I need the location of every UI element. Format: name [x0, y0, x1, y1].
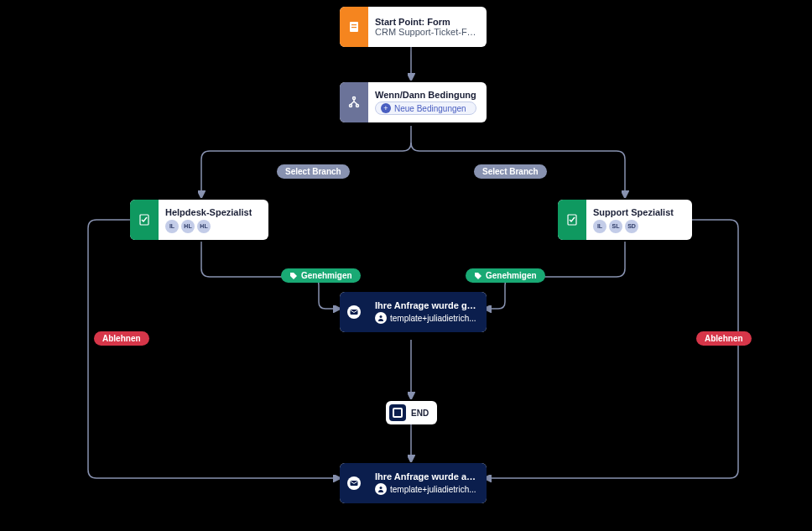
reject-right-pill[interactable]: Ablehnen: [696, 331, 752, 346]
select-branch-label: Select Branch: [285, 167, 341, 176]
approve-left-pill[interactable]: Genehmigen: [281, 268, 361, 283]
support-avatars: IL SL SD: [593, 220, 674, 233]
user-icon: [375, 312, 387, 324]
svg-point-10: [380, 315, 383, 318]
select-branch-left[interactable]: Select Branch: [277, 164, 350, 179]
reject-left-pill[interactable]: Ablehnen: [94, 331, 149, 346]
select-branch-right[interactable]: Select Branch: [474, 164, 547, 179]
avatar: IL: [593, 220, 606, 233]
user-icon: [375, 483, 387, 495]
reject-label: Ablehnen: [705, 334, 743, 343]
rejected-title: Ihre Anfrage wurde abgelehnt.: [375, 471, 478, 482]
rejected-username: template+juliadietrich...: [390, 485, 476, 494]
rejected-node[interactable]: Ihre Anfrage wurde abgelehnt. template+j…: [340, 463, 487, 503]
start-title: Start Point: Form: [375, 17, 478, 27]
stop-icon: [389, 404, 406, 421]
mail-icon: [340, 463, 368, 503]
start-node[interactable]: Start Point: Form CRM Support-Ticket-For…: [340, 7, 487, 47]
approved-user: template+juliadietrich...: [375, 312, 478, 324]
avatar: IL: [165, 220, 179, 233]
end-node[interactable]: END: [386, 401, 437, 424]
helpdesk-title: Helpdesk-Spezialist: [165, 207, 252, 217]
reject-label: Ablehnen: [102, 334, 141, 343]
approved-title: Ihre Anfrage wurde genehmi...: [375, 300, 478, 310]
mail-icon: [340, 292, 368, 332]
connector-lines: [0, 0, 812, 531]
form-icon: [340, 7, 368, 47]
new-condition-label: Neue Bedingungen: [394, 104, 466, 113]
avatar: HL: [181, 220, 195, 233]
approve-label: Genehmigen: [301, 271, 352, 280]
end-label: END: [411, 409, 429, 418]
tag-icon: [289, 272, 298, 280]
start-subtitle: CRM Support-Ticket-For...: [375, 27, 478, 37]
select-branch-label: Select Branch: [482, 167, 539, 176]
avatar: SD: [625, 220, 638, 233]
support-node[interactable]: Support Spezialist IL SL SD: [558, 200, 692, 240]
branch-icon: [340, 82, 368, 122]
avatar: HL: [197, 220, 211, 233]
support-title: Support Spezialist: [593, 207, 674, 217]
plus-icon: +: [381, 103, 391, 113]
approval-icon: [130, 200, 159, 240]
condition-title: Wenn/Dann Bedingung: [375, 90, 476, 100]
helpdesk-avatars: IL HL HL: [165, 220, 252, 233]
workflow-canvas: Start Point: Form CRM Support-Ticket-For…: [0, 0, 812, 531]
rejected-user: template+juliadietrich...: [375, 483, 478, 495]
svg-point-5: [357, 105, 359, 107]
approve-right-pill[interactable]: Genehmigen: [466, 268, 545, 283]
tag-icon: [474, 272, 482, 280]
approved-username: template+juliadietrich...: [390, 314, 476, 323]
approved-node[interactable]: Ihre Anfrage wurde genehmi... template+j…: [340, 292, 487, 332]
condition-node[interactable]: Wenn/Dann Bedingung + Neue Bedingungen: [340, 82, 487, 122]
svg-rect-1: [351, 24, 357, 25]
svg-point-3: [353, 97, 356, 100]
approval-icon: [558, 200, 586, 240]
svg-point-4: [350, 105, 352, 107]
approve-label: Genehmigen: [486, 271, 537, 280]
avatar: SL: [609, 220, 622, 233]
svg-rect-2: [351, 27, 357, 28]
new-condition-link[interactable]: + Neue Bedingungen: [375, 102, 476, 115]
helpdesk-node[interactable]: Helpdesk-Spezialist IL HL HL: [130, 200, 268, 240]
svg-point-13: [380, 487, 383, 489]
